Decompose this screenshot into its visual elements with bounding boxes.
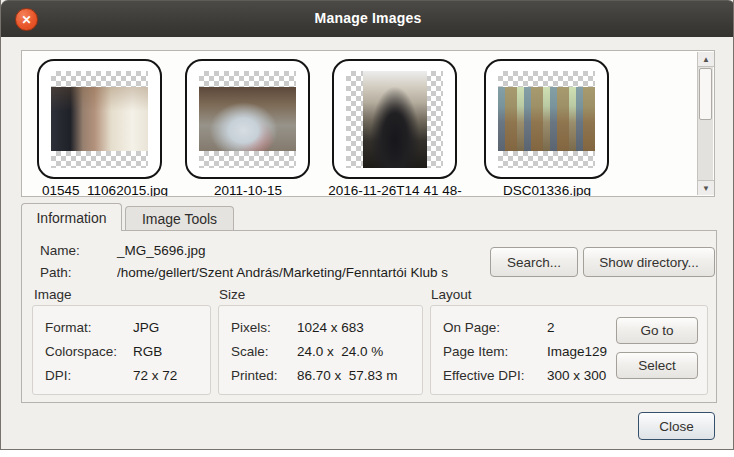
tab-image-tools[interactable]: Image Tools bbox=[125, 206, 234, 231]
size-scale-row: Scale: 24.0 x 24.0 % bbox=[231, 344, 398, 359]
scale-value: 24.0 x 24.0 % bbox=[297, 344, 398, 359]
tab-information-label: Information bbox=[36, 210, 106, 226]
size-group-title: Size bbox=[219, 287, 245, 302]
thumbnail-item[interactable] bbox=[37, 59, 162, 179]
layout-group-title: Layout bbox=[431, 287, 472, 302]
format-label: Format: bbox=[45, 320, 133, 335]
scroll-up-button[interactable]: ▲ bbox=[698, 52, 714, 67]
image-group-box: Format: JPG Colorspace: RGB DPI: 72 x 72 bbox=[32, 305, 211, 395]
thumbnail-list: 01545_11062015.jpg 2011-10-15 2016-11-26… bbox=[21, 50, 715, 197]
transparency-checkerboard bbox=[498, 71, 595, 168]
layout-effective-dpi-row: Effective DPI: 300 x 300 bbox=[443, 368, 607, 383]
layout-on-page-row: On Page: 2 bbox=[443, 320, 607, 335]
go-to-button[interactable]: Go to bbox=[616, 317, 698, 344]
image-format-row: Format: JPG bbox=[45, 320, 177, 335]
image-dpi-row: DPI: 72 x 72 bbox=[45, 368, 177, 383]
select-button[interactable]: Select bbox=[616, 352, 698, 379]
image-colorspace-row: Colorspace: RGB bbox=[45, 344, 177, 359]
thumbnail-item[interactable] bbox=[332, 59, 457, 179]
information-pane: Name: _MG_5696.jpg Path: /home/gellert/S… bbox=[21, 230, 717, 403]
select-button-label: Select bbox=[638, 358, 676, 373]
show-directory-button[interactable]: Show directory... bbox=[583, 247, 715, 277]
name-value: _MG_5696.jpg bbox=[117, 243, 206, 258]
layout-page-item-row: Page Item: Image129 bbox=[443, 344, 607, 359]
thumbnail-photo bbox=[498, 87, 595, 151]
image-group-title: Image bbox=[34, 287, 72, 302]
path-label: Path: bbox=[40, 265, 72, 280]
scrollbar-thumb[interactable] bbox=[699, 68, 712, 120]
show-directory-button-label: Show directory... bbox=[599, 255, 699, 270]
thumbnail-photo bbox=[363, 71, 427, 168]
page-item-value: Image129 bbox=[547, 344, 607, 359]
effective-dpi-label: Effective DPI: bbox=[443, 368, 547, 383]
pixels-label: Pixels: bbox=[231, 320, 297, 335]
scroll-down-icon: ▼ bbox=[702, 184, 710, 193]
window-title: Manage Images bbox=[1, 10, 734, 26]
size-printed-row: Printed: 86.70 x 57.83 m bbox=[231, 368, 398, 383]
dpi-value: 72 x 72 bbox=[133, 368, 177, 383]
transparency-checkerboard bbox=[346, 71, 443, 168]
vertical-scrollbar[interactable]: ▲ ▼ bbox=[697, 52, 713, 195]
transparency-checkerboard bbox=[199, 71, 296, 168]
scroll-up-icon: ▲ bbox=[702, 55, 710, 64]
scale-label: Scale: bbox=[231, 344, 297, 359]
colorspace-value: RGB bbox=[133, 344, 177, 359]
thumbnail-photo bbox=[51, 87, 148, 151]
close-button[interactable]: Close bbox=[638, 412, 715, 440]
thumbnail-item[interactable] bbox=[484, 59, 609, 179]
dpi-label: DPI: bbox=[45, 368, 133, 383]
size-pixels-row: Pixels: 1024 x 683 bbox=[231, 320, 398, 335]
printed-label: Printed: bbox=[231, 368, 297, 383]
size-group-box: Pixels: 1024 x 683 Scale: 24.0 x 24.0 % … bbox=[218, 305, 423, 395]
scroll-down-button[interactable]: ▼ bbox=[698, 180, 714, 195]
thumbnail-filename: DSC01336.jpg bbox=[462, 183, 632, 197]
close-button-label: Close bbox=[659, 419, 694, 434]
name-label: Name: bbox=[40, 243, 80, 258]
layout-group-box: On Page: 2 Page Item: Image129 Effective… bbox=[430, 305, 708, 395]
search-button[interactable]: Search... bbox=[490, 247, 578, 277]
go-to-button-label: Go to bbox=[640, 323, 673, 338]
manage-images-dialog: ✕ Manage Images 01545_11062015.jpg 2011-… bbox=[0, 0, 734, 450]
tab-image-tools-label: Image Tools bbox=[142, 211, 217, 227]
tab-information[interactable]: Information bbox=[21, 203, 122, 231]
pixels-value: 1024 x 683 bbox=[297, 320, 398, 335]
transparency-checkerboard bbox=[51, 71, 148, 168]
thumbnail-filename: 2011-10-15 bbox=[163, 183, 333, 197]
path-value: /home/gellert/Szent András/Marketing/Fen… bbox=[117, 265, 448, 280]
colorspace-label: Colorspace: bbox=[45, 344, 133, 359]
on-page-value: 2 bbox=[547, 320, 607, 335]
format-value: JPG bbox=[133, 320, 177, 335]
thumbnail-photo bbox=[199, 87, 296, 151]
thumbnail-item[interactable] bbox=[185, 59, 310, 179]
effective-dpi-value: 300 x 300 bbox=[547, 368, 607, 383]
on-page-label: On Page: bbox=[443, 320, 547, 335]
page-item-label: Page Item: bbox=[443, 344, 547, 359]
search-button-label: Search... bbox=[507, 255, 561, 270]
titlebar[interactable]: ✕ Manage Images bbox=[1, 0, 734, 37]
printed-value: 86.70 x 57.83 m bbox=[297, 368, 398, 383]
thumbnail-filename: 2016-11-26T14 41 48- bbox=[310, 183, 480, 197]
